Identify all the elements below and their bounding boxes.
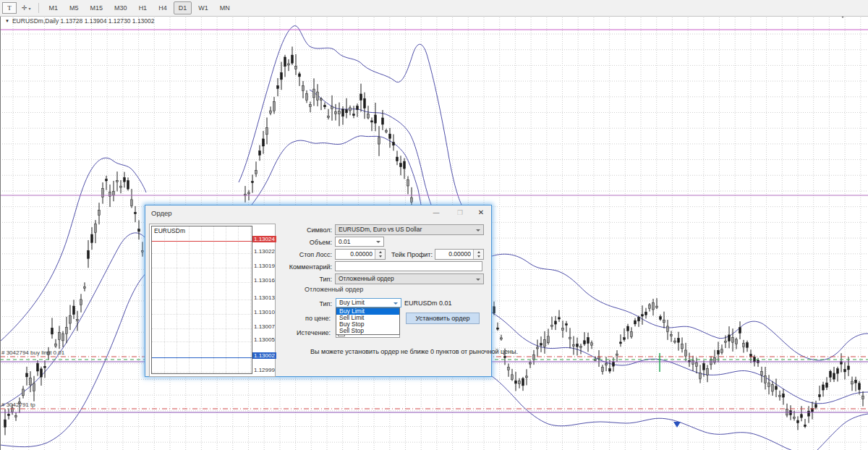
dialog-title: Ордер xyxy=(151,209,172,217)
ask-line xyxy=(152,241,252,242)
tick-gridline xyxy=(152,253,252,254)
pending-type-combobox[interactable]: Buy Limit xyxy=(336,298,401,307)
terminal-window: # 3042794 buy limit 0.01# 3042791 tp T ✛… xyxy=(0,0,868,450)
comment-input[interactable] xyxy=(335,261,482,271)
bid-line xyxy=(152,357,252,358)
text-tool-icon[interactable]: T xyxy=(2,2,17,14)
tick-gridline xyxy=(152,282,252,283)
chevron-down-icon xyxy=(393,302,398,305)
takeprofit-label: Тейк Профит: xyxy=(377,251,433,258)
tick-gridline xyxy=(152,341,252,342)
comment-label: Комментарий: xyxy=(261,263,332,271)
tick-gridline xyxy=(152,314,252,315)
pending-type-value: Buy Limit xyxy=(339,299,365,306)
stoploss-label: Стоп Лосс: xyxy=(261,251,332,258)
volume-label: Объем: xyxy=(261,239,332,246)
minimize-button[interactable]: — xyxy=(430,208,443,218)
chart-title: ▼EURUSDm,Daily 1.13728 1.13904 1.12730 1… xyxy=(5,17,155,25)
pending-type-dropdown: Buy LimitSell LimitBuy StopSell Stop xyxy=(336,307,400,335)
chevron-down-icon xyxy=(476,229,480,232)
tick-gridline xyxy=(152,372,252,373)
takeprofit-spinner[interactable]: 0.00000 xyxy=(435,249,484,260)
dropdown-option-sell-stop[interactable]: Sell Stop xyxy=(336,328,399,334)
timeframe-button-h1[interactable]: H1 xyxy=(134,1,153,14)
symbol-combobox[interactable]: EURUSDm, Euro vs US Dollar xyxy=(335,224,484,235)
expiry-label: Истечение: xyxy=(261,329,331,336)
maximize-button[interactable]: ❐ xyxy=(454,208,467,218)
tick-plot: EURUSDm xyxy=(151,226,252,374)
cursor-tool-icon[interactable]: ✛ ▾ xyxy=(19,3,34,13)
top-toolbar: T ✛ ▾ M1M5M15M30H1H4D1W1MN xyxy=(0,0,868,17)
pending-type-label: Тип: xyxy=(261,300,332,307)
tick-scale-label: 1.13005 xyxy=(254,336,275,343)
place-order-button[interactable]: Установить ордер xyxy=(406,313,480,324)
tick-gridline xyxy=(152,268,252,268)
tick-gridline xyxy=(152,300,252,300)
bid-price-chip: 1.13002 xyxy=(252,352,276,359)
price-label: по цене: xyxy=(261,315,331,322)
stepper[interactable] xyxy=(473,250,483,259)
timeframe-button-m30[interactable]: M30 xyxy=(109,1,132,14)
crosshair-icon: ✛ xyxy=(22,4,27,12)
tick-symbol-label: EURUSDm xyxy=(154,227,185,234)
volume-combobox[interactable]: 0.01 xyxy=(335,237,384,247)
symbol-ohlc-text: EURUSDm,Daily 1.13728 1.13904 1.12730 1.… xyxy=(12,17,155,25)
volume-value: 0.01 xyxy=(339,238,351,245)
tick-chart-panel: EURUSDm 1.130221.130191.130161.130131.13… xyxy=(149,224,276,377)
tick-scale-label: 1.12999 xyxy=(254,367,275,373)
order-type-label: Тип: xyxy=(261,276,332,283)
step-up-icon[interactable] xyxy=(477,251,480,253)
timeframe-button-m1[interactable]: M1 xyxy=(44,1,64,14)
timeframe-bar: M1M5M15M30H1H4D1W1MN xyxy=(43,1,236,14)
timeframe-button-d1[interactable]: D1 xyxy=(174,1,192,14)
timeframe-button-mn[interactable]: MN xyxy=(215,1,235,14)
pending-lot-text: EURUSDm 0.01 xyxy=(404,300,452,307)
collapse-triangle-icon[interactable]: ▼ xyxy=(5,19,9,23)
timeframe-button-h4[interactable]: H4 xyxy=(153,1,172,14)
order-line-label: # 3042794 buy limit 0.01 xyxy=(1,349,65,356)
chevron-down-icon xyxy=(476,279,480,281)
tick-gridline xyxy=(152,328,252,329)
toolbar-separator xyxy=(38,3,39,13)
order-type-combobox[interactable]: Отложенный ордер xyxy=(335,273,484,284)
chevron-down-icon xyxy=(376,241,380,243)
step-down-icon[interactable] xyxy=(477,255,480,258)
timeframe-button-m15[interactable]: M15 xyxy=(85,1,109,14)
symbol-label: Символ: xyxy=(261,226,332,234)
order-line-label: # 3042791 tp xyxy=(1,402,35,408)
window-left-edge xyxy=(0,16,1,450)
timeframe-button-w1[interactable]: W1 xyxy=(193,1,213,14)
symbol-value: EURUSDm, Euro vs US Dollar xyxy=(339,226,422,233)
order-type-value: Отложенный ордер xyxy=(339,275,394,282)
timeframe-button-m5[interactable]: M5 xyxy=(64,1,84,14)
close-button[interactable]: ✕ xyxy=(475,208,488,218)
takeprofit-value: 0.00000 xyxy=(435,250,472,259)
order-dialog: Ордер — ❐ ✕ EURUSDm 1.130221.130191.1301… xyxy=(145,205,492,377)
margin-note: Вы можете установить ордер не ближе 0 пу… xyxy=(310,348,518,355)
chevron-down-icon: ▾ xyxy=(29,6,31,11)
pending-group-label: Отложенный ордер xyxy=(305,286,363,293)
stoploss-value: 0.00000 xyxy=(336,250,374,259)
